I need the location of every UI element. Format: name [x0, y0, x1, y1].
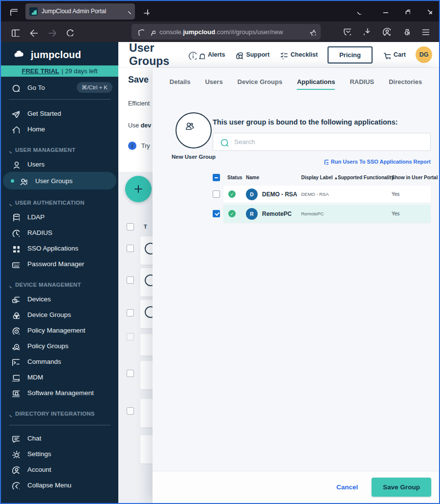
- new-user-group-badge: New User Group: [165, 112, 222, 160]
- goto-shortcut-badge: ⌘/Ctrl + K: [77, 82, 112, 93]
- sidebar-item-user-groups[interactable]: User Groups: [3, 172, 116, 189]
- address-bar[interactable]: console.jumpcloud.com/#/groups/user/new: [132, 24, 321, 40]
- section-device-management[interactable]: DEVICE MANAGEMENT: [1, 278, 118, 291]
- sidebar-toggle-button[interactable]: [10, 27, 20, 37]
- select-all-checkbox[interactable]: [213, 174, 220, 181]
- background-row-checkbox[interactable]: [127, 333, 134, 340]
- info-icon[interactable]: [187, 50, 197, 60]
- free-trial-link[interactable]: FREE TRIAL: [22, 67, 59, 75]
- background-row-checkbox[interactable]: [127, 370, 134, 377]
- run-report-link[interactable]: Run Users To SSO Applications Report: [213, 158, 431, 165]
- back-button[interactable]: [28, 27, 38, 37]
- sidebar-item-password-manager[interactable]: Password Manager: [1, 256, 118, 272]
- account-icon[interactable]: [381, 26, 391, 38]
- database-icon: [11, 212, 20, 221]
- divider: [9, 99, 110, 100]
- tab-device-groups[interactable]: Device Groups: [238, 78, 283, 90]
- sidebar-item-home[interactable]: Home: [1, 121, 118, 137]
- user-group-circle-icon: [176, 112, 212, 148]
- alerts-button[interactable]: Alerts: [197, 51, 225, 59]
- cart-button[interactable]: Cart: [382, 51, 406, 59]
- free-trial-banner[interactable]: FREE TRIAL | 29 days left: [1, 65, 118, 77]
- row-checkbox[interactable]: [213, 210, 220, 217]
- column-header-display-label[interactable]: Display Label ▲: [301, 175, 338, 180]
- background-row-checkbox[interactable]: [127, 407, 134, 415]
- table-row[interactable]: ✓ D DEMO - RSA DEMO - RSA Yes: [213, 186, 431, 203]
- connection-lock-icon[interactable]: [148, 28, 155, 36]
- bookmark-star-icon[interactable]: [308, 28, 316, 36]
- firefox-view-button[interactable]: [5, 4, 22, 19]
- column-header-supported-functionality[interactable]: Supported Functionality: [338, 175, 392, 180]
- background-row-checkbox[interactable]: [127, 276, 134, 284]
- tracking-protection-shield-icon[interactable]: [136, 28, 144, 36]
- sidebar-item-software-management[interactable]: Software Management: [1, 385, 118, 400]
- minimize-button[interactable]: [381, 7, 388, 16]
- tab-directories[interactable]: Directories: [389, 78, 422, 90]
- extensions-puzzle-icon[interactable]: [401, 27, 410, 37]
- pricing-button[interactable]: Pricing: [328, 46, 373, 63]
- sidebar-item-policy-management[interactable]: Policy Management: [1, 322, 118, 338]
- list-all-tabs-button[interactable]: [354, 8, 361, 15]
- sidebar-item-radius[interactable]: RADIUS: [1, 225, 118, 240]
- page-title: User Groups: [129, 42, 180, 68]
- section-user-authentication[interactable]: USER AUTHENTICATION: [1, 196, 118, 209]
- table-row[interactable]: ✓ R RemotePC RemotePC Yes: [213, 205, 431, 223]
- column-header-name[interactable]: Name: [246, 175, 301, 180]
- background-row-checkbox[interactable]: [127, 309, 134, 316]
- sidebar-item-settings[interactable]: Settings: [1, 446, 118, 462]
- jumpcloud-logo[interactable]: jumpcloud: [1, 42, 118, 65]
- sidebar-item-users[interactable]: Users: [1, 156, 118, 172]
- restore-button[interactable]: [403, 7, 410, 16]
- section-user-management[interactable]: USER MANAGEMENT: [1, 144, 118, 156]
- background-row-card: [140, 399, 153, 427]
- sidebar-item-mdm[interactable]: MDM: [1, 369, 118, 385]
- reload-button[interactable]: [65, 27, 73, 36]
- row-checkbox[interactable]: [213, 190, 220, 198]
- sidebar-item-devices[interactable]: Devices: [1, 291, 118, 307]
- section-directory-integrations[interactable]: DIRECTORY INTEGRATIONS: [1, 407, 118, 420]
- sidebar-item-ldap[interactable]: LDAP: [1, 209, 118, 225]
- add-group-fab-button[interactable]: [125, 176, 152, 202]
- column-header-show-in-user-portal[interactable]: Show in User Portal: [392, 175, 438, 180]
- column-header-status[interactable]: Status: [223, 175, 246, 180]
- sidebar-item-policy-groups[interactable]: Policy Groups: [1, 338, 118, 354]
- pocket-icon[interactable]: [342, 26, 351, 37]
- tab-details[interactable]: Details: [170, 78, 191, 90]
- avatar[interactable]: DG: [416, 46, 432, 63]
- window-close-button[interactable]: [425, 7, 432, 16]
- search-input[interactable]: [234, 138, 424, 146]
- cancel-button[interactable]: Cancel: [336, 483, 358, 491]
- tab-users[interactable]: Users: [205, 78, 222, 90]
- rocket-icon: [11, 109, 20, 118]
- sidebar-item-device-groups[interactable]: Device Groups: [1, 307, 118, 322]
- browser-tab-strip: JumpCloud Admin Portal: [1, 1, 439, 21]
- display-label-cell: RemotePC: [301, 211, 338, 216]
- sidebar-item-account[interactable]: Account: [1, 462, 118, 477]
- sidebar-item-chat[interactable]: Chat: [1, 430, 118, 446]
- tab-close-button[interactable]: [125, 8, 131, 14]
- chat-icon: [11, 434, 20, 442]
- trial-days-left: | 29 days left: [62, 67, 97, 75]
- support-button[interactable]: Support: [235, 51, 269, 59]
- forward-button[interactable]: [46, 27, 56, 37]
- clock-icon: [11, 228, 20, 237]
- new-tab-button[interactable]: [142, 7, 150, 15]
- tab-applications[interactable]: Applications: [297, 78, 335, 90]
- tab-radius[interactable]: RADIUS: [350, 78, 374, 90]
- sidebar-item-sso-applications[interactable]: SSO Applications: [1, 240, 118, 256]
- sidebar-item-commands[interactable]: Commands: [1, 354, 118, 369]
- checklist-button[interactable]: Checklist: [279, 51, 318, 59]
- downloads-icon[interactable]: [362, 26, 371, 37]
- account-circle-icon: [11, 465, 20, 474]
- save-group-button[interactable]: Save Group: [372, 478, 431, 497]
- goto-search[interactable]: Go To ⌘/Ctrl + K: [1, 77, 118, 98]
- background-row-checkbox[interactable]: [127, 245, 134, 252]
- status-cell: ✓: [223, 190, 246, 198]
- menu-hamburger-icon[interactable]: [420, 26, 429, 37]
- background-select-all-checkbox[interactable]: [127, 223, 134, 231]
- browser-tab[interactable]: JumpCloud Admin Portal: [25, 3, 135, 20]
- sidebar-item-get-started[interactable]: Get Started: [1, 105, 118, 121]
- sidebar-item-collapse-menu[interactable]: Collapse Menu: [1, 477, 118, 493]
- panel-footer: Cancel Save Group: [153, 471, 439, 503]
- applications-search[interactable]: [213, 133, 431, 151]
